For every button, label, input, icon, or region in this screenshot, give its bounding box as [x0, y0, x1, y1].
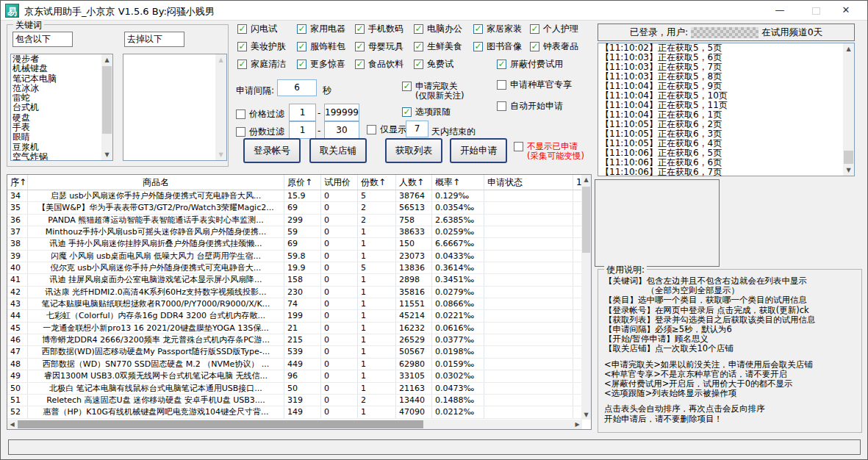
include-keywords-input[interactable] [12, 32, 73, 47]
keyword-item[interactable]: 台式机 [11, 103, 101, 112]
table-row[interactable]: 34启瑟 usb小风扇迷你手持户外随身便携式可充电静音大风...15.90538… [7, 190, 591, 202]
table-row[interactable]: 52惠普（HP）K10G有线机械键盘网吧电竞游戏104键全尺寸背...14901… [7, 406, 591, 418]
table-row[interactable]: 35【美国W&P】华为手表表带GT3/GT2/Pro/Watch3荣耀Magic… [7, 202, 591, 214]
unfollow-after-checkbox[interactable]: ✓ 申请完取关 (仅限新关注) [402, 82, 464, 100]
checkbox[interactable]: ✓ [414, 24, 423, 34]
scroll-thumb[interactable] [18, 420, 423, 428]
column-header[interactable]: 序↑ [7, 175, 28, 190]
keyword-item[interactable]: 机械键盘 [11, 64, 101, 73]
category-checkbox[interactable]: ✓更多惊喜 [297, 58, 345, 71]
unfollow-shops-button[interactable]: 取关店铺 [309, 138, 367, 163]
keyword-item[interactable]: 范冰冰 [11, 84, 101, 93]
price-max-input[interactable]: 199999 [324, 104, 359, 121]
checkbox[interactable] [367, 125, 376, 134]
interval-input[interactable]: 6 [277, 79, 317, 96]
scroll-up-icon[interactable]: ▲ [101, 54, 112, 65]
log-scrollbar[interactable]: ▲ ▼ [843, 43, 854, 176]
category-checkbox[interactable]: ✓家庭清洁 [237, 58, 286, 71]
checkbox[interactable] [497, 80, 506, 90]
category-checkbox[interactable]: ✓个人护理 [530, 23, 578, 35]
checkbox[interactable]: ✓ [402, 82, 412, 91]
scroll-thumb[interactable] [102, 66, 112, 134]
column-header[interactable]: 试用价 [321, 175, 358, 190]
hide-applied-checkbox[interactable]: 不显示已申请 (采集可能变慢) [514, 142, 584, 161]
checkbox[interactable]: ✓ [237, 42, 247, 51]
count-max-input[interactable]: 30 [324, 121, 359, 139]
checkbox[interactable] [497, 101, 506, 111]
scroll-down-icon[interactable]: ▼ [843, 165, 854, 176]
scroll-down-icon[interactable]: ▼ [101, 149, 112, 160]
category-checkbox[interactable]: ✓图书音像 [473, 40, 522, 53]
table-row[interactable]: 43笔记本贴膜电脑贴纸联想拯救者R7000/P/Y7000/R9000/X/K.… [7, 298, 591, 310]
checkbox[interactable]: ✓ [297, 24, 306, 34]
count-min-input[interactable]: 1 [289, 121, 316, 139]
close-button[interactable]: ✕ [831, 1, 861, 20]
checkbox[interactable]: ✓ [355, 60, 365, 69]
column-header[interactable]: 份数↑ [358, 175, 396, 190]
price-filter-checkbox[interactable]: 价格过滤 [236, 108, 284, 121]
checkbox[interactable]: ✓ [402, 107, 412, 117]
scroll-left-icon[interactable]: ◀ [7, 420, 17, 429]
table-row[interactable]: 36PANDA 熊猫超薄运动智能手表智能通话手表实时心率监测...2990275… [7, 215, 591, 226]
category-checkbox[interactable]: ✓生鲜美食 [414, 40, 462, 53]
only-show-days-input[interactable]: 7 [406, 121, 428, 137]
category-checkbox[interactable]: ✓屏蔽付费试用 [497, 58, 563, 71]
keyword-item[interactable]: 硬盘 [11, 113, 101, 123]
table-row[interactable]: 45一龙通金联想小新pro13 16 2021/20键盘膜垫YOGA 13S保.… [7, 323, 591, 334]
checkbox[interactable] [514, 142, 523, 151]
fetch-list-button[interactable]: 获取列表 [385, 138, 442, 163]
checkbox[interactable]: ✓ [297, 60, 306, 69]
category-checkbox[interactable]: ✓服饰鞋包 [297, 40, 345, 53]
column-header[interactable]: 概率↑ [432, 175, 484, 190]
column-header[interactable]: 原价↑ [284, 175, 321, 190]
checkbox[interactable]: ✓ [473, 24, 483, 34]
scroll-up-icon[interactable]: ▲ [843, 43, 854, 54]
keyword-item[interactable]: 笔记本电脑 [11, 74, 101, 84]
checkbox[interactable]: ✓ [530, 24, 539, 34]
seeding-checkbox[interactable]: 申请种草官专享 [497, 79, 572, 91]
table-row[interactable]: 38讯迪 手持小风扇迷你挂脖风扇折叠户外随身便携式挂颈懒...69011506.… [7, 238, 591, 250]
scroll-thumb[interactable] [844, 151, 853, 164]
keyword-item[interactable]: 豆浆机 [11, 143, 101, 152]
category-checkbox[interactable]: ✓手机数码 [355, 23, 403, 35]
checkbox[interactable]: ✓ [414, 60, 423, 69]
checkbox[interactable]: ✓ [237, 60, 247, 69]
login-button[interactable]: 登录帐号 [243, 138, 301, 163]
table-row[interactable]: 42讯达康 光纤HDMI2.0高清4K系列60Hz支持数字视频线投影...230… [7, 287, 591, 298]
checkbox[interactable] [236, 109, 245, 119]
table-row[interactable]: 49睿因1300M USB3.0双频无线网卡台式机笔记本电脑 无线信...960… [7, 370, 591, 382]
checkbox[interactable]: ✓ [497, 60, 506, 69]
category-checkbox[interactable]: ✓电脑办公 [414, 23, 462, 35]
scroll-up-icon[interactable]: ▲ [581, 175, 591, 184]
category-checkbox[interactable]: ✓闪电试 [237, 23, 277, 35]
autostart-checkbox[interactable]: 自动开始申请 [497, 100, 563, 112]
keyword-item[interactable]: 雷蛇 [11, 93, 101, 103]
table-row[interactable]: 40倪尔克 usb小风扇迷你手持户外随身便携式可充电静音大...19.90513… [7, 262, 591, 274]
checkbox[interactable]: ✓ [355, 24, 365, 34]
start-apply-button[interactable]: 开始申请 [450, 138, 507, 163]
table-row[interactable]: 41讯迪 挂屏风扇桌面办公室电脑游戏笔记本显示屏小风扇降...158012898… [7, 274, 591, 286]
category-checkbox[interactable]: ✓钟表奢品 [530, 40, 578, 53]
table-row[interactable]: 39闪魔 小风扇 usb桌面电风扇 低噪大风力 台壁两用学生宿...59.801… [7, 251, 591, 262]
scroll-thumb[interactable] [582, 187, 590, 253]
checkbox[interactable] [236, 127, 245, 137]
keyword-item[interactable]: 空气炸锅 [11, 152, 101, 161]
checkbox[interactable]: ✓ [414, 42, 423, 51]
minimize-button[interactable]: — [765, 1, 795, 20]
category-checkbox[interactable]: ✓免费试 [414, 58, 453, 71]
category-checkbox[interactable]: ✓家用电器 [297, 23, 345, 35]
exclude-keywords-input[interactable] [124, 32, 184, 47]
table-row[interactable]: 48西部数据（WD）SN770 SSD固态硬盘 M.2 （NVMe协议） ...… [7, 359, 591, 370]
table-row[interactable]: 44七彩虹（Colorful）内存条16g DDR4 3200 台式机内存散..… [7, 310, 591, 322]
category-checkbox[interactable]: ✓母婴玩具 [355, 40, 403, 53]
category-checkbox[interactable]: ✓美妆护肤 [237, 40, 286, 53]
scroll-down-icon[interactable]: ▼ [581, 410, 591, 420]
column-header[interactable]: 申请状态 [484, 175, 573, 190]
include-list-scrollbar[interactable]: ▲ ▼ [101, 54, 112, 160]
checkbox[interactable]: ✓ [530, 42, 539, 51]
table-row[interactable]: 50北极白 笔记本电脑有线鼠标台式电脑笔记本通用USB接口...50012116… [7, 383, 591, 395]
price-min-input[interactable]: 1 [289, 104, 316, 121]
table-row[interactable]: 51Reletech 高速固态U盘 迷你移动硬盘 安卓手机U盘 USB3....… [7, 395, 591, 406]
log-list[interactable]: 【11:10:02】正在获取5，5页【11:10:03】正在获取5，6页【11:… [598, 43, 855, 176]
column-header[interactable]: 商品名 [28, 175, 284, 190]
